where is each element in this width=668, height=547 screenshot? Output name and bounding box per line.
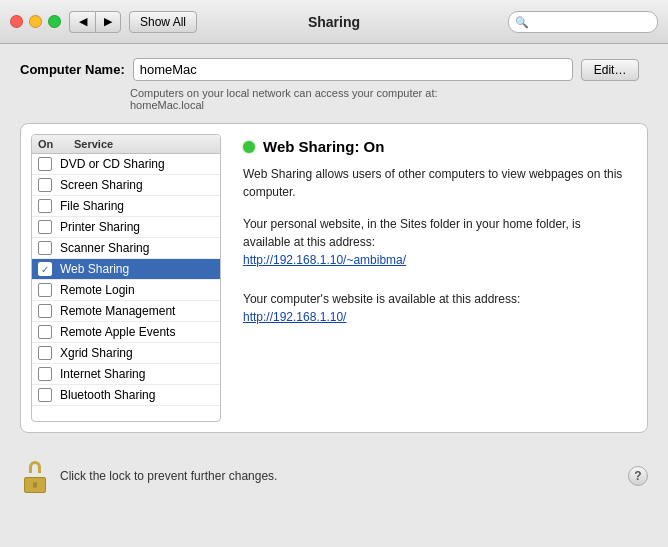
lock-shackle <box>29 461 41 473</box>
detail-heading-text: Web Sharing: On <box>263 138 384 155</box>
detail-heading: Web Sharing: On <box>243 138 629 155</box>
service-item-screen-sharing[interactable]: Screen Sharing <box>32 175 220 196</box>
computer-site-link[interactable]: http://192.168.1.10/ <box>243 310 346 324</box>
lock-hint-text: Click the lock to prevent further change… <box>60 469 277 483</box>
maximize-button[interactable] <box>48 15 61 28</box>
traffic-lights <box>10 15 61 28</box>
checkbox-remote-apple-events[interactable] <box>38 325 52 339</box>
title-bar: ◀ ▶ Show All Sharing 🔍 <box>0 0 668 44</box>
checkbox-bluetooth-sharing[interactable] <box>38 388 52 402</box>
help-button[interactable]: ? <box>628 466 648 486</box>
computer-name-row: Computer Name: Edit… <box>20 58 648 81</box>
checkbox-printer-sharing[interactable] <box>38 220 52 234</box>
service-label-screen-sharing: Screen Sharing <box>60 178 143 192</box>
checkbox-file-sharing[interactable] <box>38 199 52 213</box>
service-item-scanner-sharing[interactable]: Scanner Sharing <box>32 238 220 259</box>
service-item-remote-login[interactable]: Remote Login <box>32 280 220 301</box>
computer-name-input[interactable] <box>133 58 573 81</box>
search-input[interactable] <box>508 11 658 33</box>
checkbox-web-sharing[interactable] <box>38 262 52 276</box>
service-label-printer-sharing: Printer Sharing <box>60 220 140 234</box>
service-label-dvd-cd-sharing: DVD or CD Sharing <box>60 157 165 171</box>
col-on-header: On <box>38 138 74 150</box>
service-item-xgrid-sharing[interactable]: Xgrid Sharing <box>32 343 220 364</box>
service-label-internet-sharing: Internet Sharing <box>60 367 145 381</box>
computer-name-hint: Computers on your local network can acce… <box>130 87 648 111</box>
service-item-internet-sharing[interactable]: Internet Sharing <box>32 364 220 385</box>
detail-description: Web Sharing allows users of other comput… <box>243 165 629 201</box>
service-item-remote-management[interactable]: Remote Management <box>32 301 220 322</box>
lock-icon[interactable] <box>20 459 50 493</box>
search-icon: 🔍 <box>515 15 529 28</box>
checkbox-remote-management[interactable] <box>38 304 52 318</box>
col-service-header: Service <box>74 138 113 150</box>
checkbox-dvd-cd-sharing[interactable] <box>38 157 52 171</box>
service-item-dvd-cd-sharing[interactable]: DVD or CD Sharing <box>32 154 220 175</box>
computer-site-section: Your computer's website is available at … <box>243 290 629 326</box>
minimize-button[interactable] <box>29 15 42 28</box>
service-items-container: DVD or CD SharingScreen SharingFile Shar… <box>32 154 220 406</box>
detail-panel: Web Sharing: On Web Sharing allows users… <box>235 134 637 422</box>
service-label-remote-login: Remote Login <box>60 283 135 297</box>
service-list: On Service DVD or CD SharingScreen Shari… <box>31 134 221 422</box>
checkbox-screen-sharing[interactable] <box>38 178 52 192</box>
service-label-web-sharing: Web Sharing <box>60 262 129 276</box>
checkbox-internet-sharing[interactable] <box>38 367 52 381</box>
bottom-bar: Click the lock to prevent further change… <box>0 451 668 501</box>
service-item-printer-sharing[interactable]: Printer Sharing <box>32 217 220 238</box>
service-label-remote-apple-events: Remote Apple Events <box>60 325 175 339</box>
service-item-web-sharing[interactable]: Web Sharing <box>32 259 220 280</box>
search-box: 🔍 <box>508 11 658 33</box>
service-label-scanner-sharing: Scanner Sharing <box>60 241 149 255</box>
computer-name-label: Computer Name: <box>20 62 125 77</box>
service-label-bluetooth-sharing: Bluetooth Sharing <box>60 388 155 402</box>
checkbox-xgrid-sharing[interactable] <box>38 346 52 360</box>
service-item-bluetooth-sharing[interactable]: Bluetooth Sharing <box>32 385 220 406</box>
close-button[interactable] <box>10 15 23 28</box>
personal-site-section: Your personal website, in the Sites fold… <box>243 215 629 269</box>
show-all-button[interactable]: Show All <box>129 11 197 33</box>
window-title: Sharing <box>308 14 360 30</box>
service-label-xgrid-sharing: Xgrid Sharing <box>60 346 133 360</box>
personal-site-link[interactable]: http://192.168.1.10/~ambibma/ <box>243 253 406 267</box>
lock-keyhole <box>33 482 37 488</box>
body-panel: On Service DVD or CD SharingScreen Shari… <box>20 123 648 433</box>
service-item-file-sharing[interactable]: File Sharing <box>32 196 220 217</box>
status-dot <box>243 141 255 153</box>
personal-site-label: Your personal website, in the Sites fold… <box>243 217 581 249</box>
service-label-file-sharing: File Sharing <box>60 199 124 213</box>
checkbox-scanner-sharing[interactable] <box>38 241 52 255</box>
nav-buttons: ◀ ▶ <box>69 11 121 33</box>
service-label-remote-management: Remote Management <box>60 304 175 318</box>
back-button[interactable]: ◀ <box>69 11 95 33</box>
service-item-remote-apple-events[interactable]: Remote Apple Events <box>32 322 220 343</box>
edit-button[interactable]: Edit… <box>581 59 640 81</box>
service-list-header: On Service <box>32 135 220 154</box>
lock-body <box>24 477 46 493</box>
checkbox-remote-login[interactable] <box>38 283 52 297</box>
computer-name-input-row: Edit… <box>133 58 640 81</box>
forward-button[interactable]: ▶ <box>95 11 121 33</box>
main-content: Computer Name: Edit… Computers on your l… <box>0 44 668 443</box>
computer-site-label: Your computer's website is available at … <box>243 292 520 306</box>
